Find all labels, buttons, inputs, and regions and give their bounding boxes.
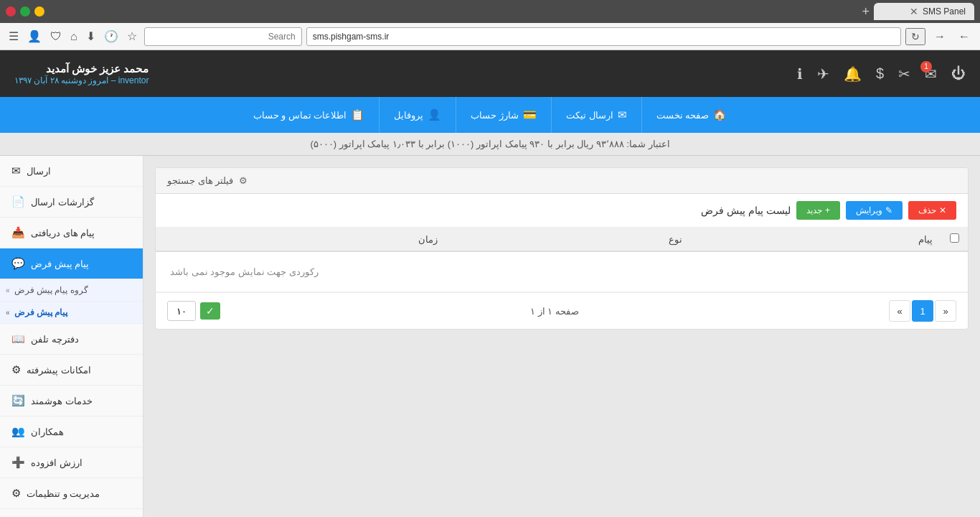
- app-wrapper: ⏻ 1 ✉ ✂ $ 🔔 ✈ ℹ محمد عزیز خوش آمدید inve…: [0, 50, 980, 517]
- page-size-input[interactable]: ۱۰: [167, 301, 196, 321]
- new-button[interactable]: + جدید: [796, 201, 840, 220]
- sidebar-item-management[interactable]: مدیریت و تنظیمات ⚙: [0, 478, 143, 509]
- pagination-bar: « 1 » صفحه ۱ از ۱ ✓ ۱۰: [156, 292, 968, 329]
- sidebar-inbox-label: پیام های دریافتی: [31, 228, 95, 238]
- sidebar-management-icon: ⚙: [11, 487, 21, 500]
- nav-ticket[interactable]: ✉ ارسال تیکت: [551, 97, 641, 133]
- filter-gear-icon: ⚙: [239, 175, 248, 186]
- menu-icon[interactable]: ☰: [6, 28, 22, 45]
- address-bar[interactable]: [306, 27, 901, 46]
- mail-icon[interactable]: 1 ✉: [925, 65, 937, 83]
- sidebar-item-value-added[interactable]: ارزش افزوده ➕: [0, 447, 143, 478]
- top-header: ⏻ 1 ✉ ✂ $ 🔔 ✈ ℹ محمد عزیز خوش آمدید inve…: [0, 50, 980, 97]
- info-icon[interactable]: ℹ: [797, 65, 803, 83]
- sidebar-item-inbox[interactable]: پیام های دریافتی 📥: [0, 218, 143, 248]
- date-separator: –: [111, 75, 116, 85]
- new-tab-button[interactable]: +: [862, 4, 870, 19]
- sidebar-item-phonebook[interactable]: دفترچه تلفن 📖: [0, 324, 143, 355]
- sidebar-send-label: ارسال: [27, 166, 51, 177]
- sidebar-sub-default-arrow: »: [6, 309, 10, 317]
- page-size-confirm[interactable]: ✓: [200, 302, 220, 320]
- pagination-info: صفحه ۱ از ۱: [530, 306, 579, 317]
- search-input[interactable]: [144, 27, 302, 46]
- col-message: پیام: [691, 228, 941, 251]
- edit-button[interactable]: ✎ ویرایش: [846, 201, 903, 220]
- sidebar-inbox-icon: 📥: [11, 226, 25, 239]
- home-nav-icon: 🏠: [713, 108, 727, 121]
- sidebar-advanced-icon: ⚙: [11, 363, 21, 376]
- sidebar-smart-icon: 🔄: [11, 394, 25, 407]
- sidebar-item-default-msg[interactable]: پیام پیش فرض 💬: [0, 248, 143, 279]
- data-table: پیام نوع زمان رکوردی جهت نمایش موجود نمی…: [156, 228, 968, 292]
- ticket-nav-icon: ✉: [618, 108, 627, 121]
- history-icon[interactable]: 🕐: [101, 28, 121, 45]
- tab-title: SMS Panel: [923, 6, 966, 17]
- table-body: رکوردی جهت نمایش موجود نمی باشد: [156, 251, 968, 292]
- dollar-icon[interactable]: $: [876, 65, 884, 82]
- user-date: inventor – امروز دوشنبه ۲۸ آبان ۱۳۹۷: [14, 75, 149, 85]
- sidebar-sub-group-arrow: »: [6, 287, 10, 294]
- page-size-control: ✓ ۱۰: [167, 301, 220, 321]
- nav-contact[interactable]: 📋 اطلاعات تماس و حساب: [239, 97, 380, 133]
- nav-icons: ☆ 🕐 ⬇ ⌂ 🛡 👤 ☰: [6, 28, 140, 45]
- bell-icon[interactable]: 🔔: [844, 65, 862, 83]
- send-icon[interactable]: ✈: [817, 65, 829, 83]
- sidebar-item-partners[interactable]: همکاران 👥: [0, 416, 143, 447]
- header-user: محمد عزیز خوش آمدید inventor – امروز دوش…: [14, 62, 149, 85]
- sidebar-item-smart[interactable]: خدمات هوشمند 🔄: [0, 386, 143, 416]
- shield-icon[interactable]: 🛡: [47, 29, 65, 45]
- new-label: جدید: [806, 205, 822, 215]
- sidebar-smart-label: خدمات هوشمند: [31, 396, 93, 406]
- power-icon[interactable]: ⏻: [951, 65, 966, 82]
- charge-nav-icon: 💳: [523, 108, 537, 121]
- edit-label: ویرایش: [856, 205, 882, 215]
- profile-icon[interactable]: 👤: [24, 28, 44, 45]
- delete-label: حذف: [918, 205, 936, 215]
- back-button[interactable]: ←: [954, 27, 974, 46]
- refresh-button[interactable]: ↻: [905, 28, 925, 45]
- maximize-button[interactable]: [20, 6, 30, 17]
- nav-home-label: صفحه نخست: [656, 110, 710, 121]
- sidebar-default-msg-icon: 💬: [11, 257, 25, 270]
- sidebar-sub-group[interactable]: گروه پیام پیش فرض »: [0, 279, 143, 302]
- forward-button[interactable]: →: [930, 27, 950, 46]
- download-icon[interactable]: ⬇: [83, 28, 98, 45]
- select-all-checkbox[interactable]: [950, 233, 959, 243]
- delete-button[interactable]: ✕ حذف: [908, 201, 956, 220]
- main-content: ⚙ فیلتر های جستجو ✕ حذف ✎ ویرایش: [143, 156, 980, 517]
- sidebar-item-send[interactable]: ارسال ✉: [0, 156, 143, 187]
- header-icons: ⏻ 1 ✉ ✂ $ 🔔 ✈ ℹ: [797, 65, 966, 83]
- sidebar-item-webservice[interactable]: خدمات وب سرویس 🌐: [0, 509, 143, 517]
- close-tab-icon[interactable]: ✕: [910, 6, 918, 17]
- next-page-button[interactable]: »: [889, 300, 910, 322]
- pagination-buttons: « 1 »: [889, 300, 956, 322]
- sidebar-sub-default[interactable]: پیام پیش فرض »: [0, 302, 143, 324]
- nav-bar: ← → ↻ ☆ 🕐 ⬇ ⌂ 🛡 👤 ☰: [0, 23, 980, 50]
- table-header-row: پیام نوع زمان: [156, 228, 968, 251]
- prev-page-button[interactable]: «: [935, 300, 956, 322]
- delete-icon: ✕: [939, 205, 946, 215]
- sidebar-value-added-label: ارزش افزوده: [31, 457, 83, 468]
- nav-profile[interactable]: 👤 پروفایل: [379, 97, 456, 133]
- sidebar-item-advanced[interactable]: امکانات پیشرفته ⚙: [0, 355, 143, 386]
- date-value: امروز دوشنبه ۲۸ آبان ۱۳۹۷: [14, 75, 108, 85]
- minimize-button[interactable]: [34, 6, 44, 17]
- close-button[interactable]: [6, 6, 16, 17]
- window-controls: [6, 6, 44, 17]
- browser-tab[interactable]: SMS Panel ✕: [874, 3, 974, 20]
- nav-contact-label: اطلاعات تماس و حساب: [253, 110, 347, 121]
- sidebar-management-label: مدیریت و تنظیمات: [27, 488, 100, 499]
- sidebar-sub-default-label: پیام پیش فرض: [14, 307, 68, 317]
- sidebar-partners-label: همکاران: [31, 427, 64, 437]
- blue-nav: 🏠 صفحه نخست ✉ ارسال تیکت 💳 شارژ حساب 👤 پ…: [0, 97, 980, 133]
- sidebar-item-reports[interactable]: گزارشات ارسال 📄: [0, 187, 143, 218]
- bookmark-icon[interactable]: ☆: [124, 28, 140, 45]
- tag-icon[interactable]: ✂: [898, 65, 910, 83]
- home-icon[interactable]: ⌂: [67, 29, 80, 45]
- nav-charge[interactable]: 💳 شارژ حساب: [456, 97, 551, 133]
- sidebar-reports-icon: 📄: [11, 195, 25, 208]
- nav-home[interactable]: 🏠 صفحه نخست: [641, 97, 742, 133]
- filter-label: فیلتر های جستجو: [167, 175, 233, 186]
- new-icon: +: [825, 205, 830, 215]
- page-1-button[interactable]: 1: [912, 300, 933, 322]
